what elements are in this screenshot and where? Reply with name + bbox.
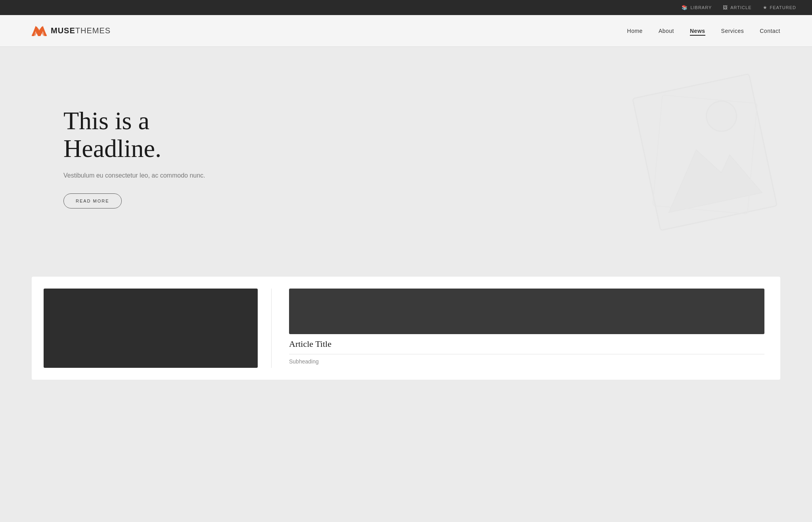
article-label: ARTICLE: [730, 5, 751, 10]
logo-icon: [32, 26, 47, 36]
nav-link-contact[interactable]: Contact: [760, 28, 780, 34]
hero-section: This is a Headline. Vestibulum eu consec…: [0, 47, 812, 261]
hero-image-placeholder: [606, 71, 788, 237]
featured-nav-item[interactable]: ★ FEATURED: [763, 5, 796, 10]
svg-rect-4: [653, 95, 757, 214]
article-card-image: [289, 289, 764, 334]
top-bar: 📚 LIBRARY 🖼 ARTICLE ★ FEATURED: [0, 0, 812, 15]
article-icon: 🖼: [723, 5, 728, 10]
read-more-button[interactable]: READ MORE: [63, 193, 122, 208]
card-divider: [271, 289, 272, 368]
logo[interactable]: museTHEMES: [32, 26, 111, 36]
featured-label: FEATURED: [770, 5, 796, 10]
cards-container: Article Title Subheading: [32, 277, 780, 380]
hero-content: This is a Headline. Vestibulum eu consec…: [0, 75, 278, 233]
article-nav-item[interactable]: 🖼 ARTICLE: [723, 5, 751, 10]
nav-item-home[interactable]: Home: [627, 27, 643, 34]
logo-text: museTHEMES: [51, 26, 111, 35]
hero-headline: This is a Headline.: [63, 107, 246, 163]
library-label: LIBRARY: [690, 5, 712, 10]
nav-link-news[interactable]: News: [690, 28, 705, 36]
article-card-subheading: Subheading: [289, 354, 764, 365]
article-card-title: Article Title: [289, 339, 764, 349]
cards-section: Article Title Subheading: [0, 261, 812, 403]
library-icon: 📚: [682, 5, 688, 10]
nav-item-about[interactable]: About: [659, 27, 674, 34]
main-article-card[interactable]: [44, 289, 258, 368]
library-nav-item[interactable]: 📚 LIBRARY: [682, 5, 712, 10]
nav-item-services[interactable]: Services: [721, 27, 744, 34]
nav-links: Home About News Services Contact: [627, 27, 780, 34]
nav-link-services[interactable]: Services: [721, 28, 744, 34]
nav-item-news[interactable]: News: [690, 27, 705, 34]
hero-subtext: Vestibulum eu consectetur leo, ac commod…: [63, 172, 246, 179]
nav-link-home[interactable]: Home: [627, 28, 643, 34]
navbar: museTHEMES Home About News Services Cont…: [0, 15, 812, 47]
side-article-card: Article Title Subheading: [285, 289, 768, 368]
nav-item-contact[interactable]: Contact: [760, 27, 780, 34]
star-icon: ★: [763, 5, 768, 10]
nav-link-about[interactable]: About: [659, 28, 674, 34]
